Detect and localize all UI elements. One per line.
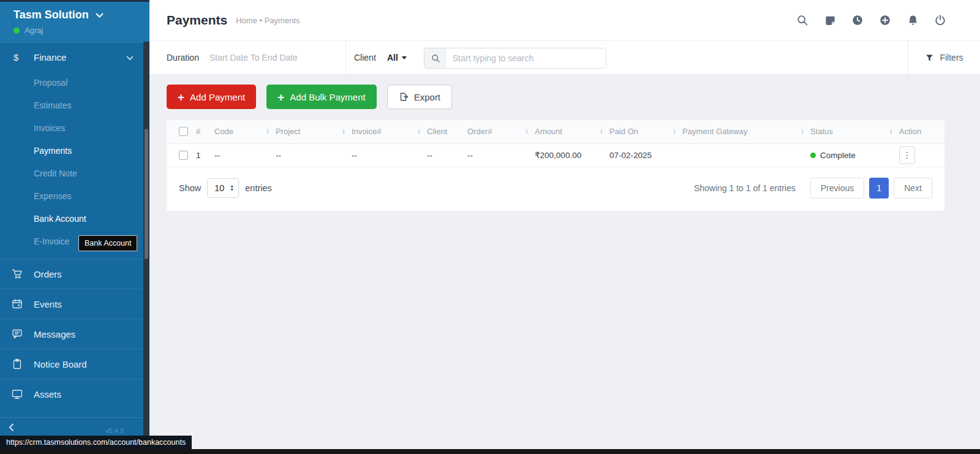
bottom-bar xyxy=(0,449,980,454)
next-page-button[interactable]: Next xyxy=(894,178,932,199)
kebab-menu-icon: ⋮ xyxy=(903,150,911,160)
status-dot-icon xyxy=(810,153,816,158)
current-user: Agraj xyxy=(13,26,149,35)
select-all-checkbox[interactable] xyxy=(179,127,188,136)
workspace-switcher[interactable]: Tasm Solution xyxy=(13,9,149,21)
show-label: Show xyxy=(179,183,201,193)
cell-gateway xyxy=(682,143,810,167)
sort-icon[interactable]: ▲▼ xyxy=(266,129,272,135)
page-header: Payments Home • Payments xyxy=(149,0,980,40)
clock-icon[interactable] xyxy=(851,13,864,27)
dollar-icon: $ xyxy=(13,52,34,62)
action-buttons: + Add Payment + Add Bulk Payment Export xyxy=(167,85,980,109)
chevron-down-icon xyxy=(96,9,104,21)
column-header-amount[interactable]: Amount▲▼ xyxy=(535,120,609,143)
page-size-select[interactable]: 10 ▲▼ xyxy=(207,178,239,198)
finance-submenu: ProposalEstimatesInvoicesPaymentsCredit … xyxy=(0,72,149,259)
payments-table: #Code▲▼Project▲▼Invoice#▲▼ClientOrder#▲▼… xyxy=(167,120,944,167)
sidebar-item-estimates[interactable]: Estimates xyxy=(0,94,149,117)
sidebar-item-payments[interactable]: Payments xyxy=(0,140,149,162)
search-icon[interactable] xyxy=(796,13,809,27)
column-label: Action xyxy=(899,127,921,136)
sidebar-item-label: Messages xyxy=(34,329,75,339)
select-all-header[interactable] xyxy=(167,120,196,143)
bank-account-tooltip: Bank Account xyxy=(78,235,137,251)
add-payment-button[interactable]: + Add Payment xyxy=(167,85,256,109)
row-actions-button[interactable]: ⋮ xyxy=(899,146,915,164)
sort-icon[interactable]: ▲▼ xyxy=(525,129,531,135)
sidebar-item-label: Events xyxy=(34,299,62,309)
link-url-statusbar: https://crm.tasmsolutions.com/account/ba… xyxy=(0,436,192,449)
filterbar-divider xyxy=(345,41,346,74)
column-header-code[interactable]: Code▲▼ xyxy=(214,120,276,143)
sort-icon[interactable]: ▲▼ xyxy=(600,129,606,135)
power-icon[interactable] xyxy=(933,13,947,27)
calendar-icon xyxy=(11,298,34,310)
cell-project: -- xyxy=(276,143,352,167)
column-header-status[interactable]: Status▲▼ xyxy=(810,120,899,143)
main-content: Payments Home • Payments Duration xyxy=(149,0,980,454)
sort-icon[interactable]: ▲▼ xyxy=(342,129,348,135)
sidebar-item-bank-account[interactable]: Bank Account xyxy=(0,208,149,230)
sidebar-item-label: Orders xyxy=(34,269,62,279)
header-icon-row xyxy=(796,13,947,27)
status-badge: Complete xyxy=(820,151,856,160)
sort-icon[interactable]: ▲▼ xyxy=(801,129,807,135)
sidebar-item-proposal[interactable]: Proposal xyxy=(0,72,149,94)
cell-client: -- xyxy=(427,143,467,167)
row-checkbox[interactable] xyxy=(179,151,188,160)
filters-label: Filters xyxy=(940,53,963,62)
column-label: # xyxy=(196,127,200,136)
column-header-order[interactable]: Order#▲▼ xyxy=(467,120,535,143)
add-bulk-payment-label: Add Bulk Payment xyxy=(290,92,365,102)
sidebar-item-events[interactable]: Events xyxy=(0,289,149,319)
collapse-sidebar-icon[interactable] xyxy=(8,423,15,434)
breadcrumb: Home • Payments xyxy=(236,16,300,25)
cell-checkbox xyxy=(167,143,196,167)
sidebar-item-invoices[interactable]: Invoices xyxy=(0,117,149,140)
column-label: Amount xyxy=(535,127,562,136)
column-header-invoice[interactable]: Invoice#▲▼ xyxy=(352,120,427,143)
export-icon xyxy=(399,92,409,102)
sidebar-menu-groups: OrdersEventsMessagesNotice BoardAssets xyxy=(0,259,149,409)
client-selected-value: All xyxy=(387,53,398,62)
previous-page-button[interactable]: Previous xyxy=(810,178,864,199)
sidebar-item-orders[interactable]: Orders xyxy=(0,259,149,289)
stepper-arrows-icon: ▲▼ xyxy=(230,184,234,192)
duration-range-input[interactable]: Start Date To End Date xyxy=(209,41,298,74)
column-header-project[interactable]: Project▲▼ xyxy=(276,120,352,143)
note-icon[interactable] xyxy=(823,13,837,27)
current-page-button[interactable]: 1 xyxy=(869,178,889,199)
sidebar-scrollbar-track[interactable] xyxy=(143,42,149,437)
table-header-row: #Code▲▼Project▲▼Invoice#▲▼ClientOrder#▲▼… xyxy=(167,120,944,143)
sidebar-scrollbar-thumb[interactable] xyxy=(145,129,148,259)
export-label: Export xyxy=(414,92,440,102)
column-label: Invoice# xyxy=(352,127,381,136)
sidebar-item-notice-board[interactable]: Notice Board xyxy=(0,349,149,379)
sidebar-item-assets[interactable]: Assets xyxy=(0,379,149,409)
sort-icon[interactable]: ▲▼ xyxy=(673,129,679,135)
company-name: Tasm Solution xyxy=(13,9,89,21)
sidebar-item-expenses[interactable]: Expenses xyxy=(0,185,149,208)
cell-code: -- xyxy=(214,143,276,167)
sidebar-item-finance[interactable]: $ Finance xyxy=(0,42,149,72)
cell-invoice: -- xyxy=(352,143,427,167)
page-size-group: Show 10 ▲▼ entries xyxy=(179,178,272,198)
sidebar-item-credit-note[interactable]: Credit Note xyxy=(0,162,149,185)
duration-label: Duration xyxy=(167,41,199,74)
sort-icon[interactable]: ▲▼ xyxy=(889,129,895,135)
export-button[interactable]: Export xyxy=(387,85,452,109)
add-bulk-payment-button[interactable]: + Add Bulk Payment xyxy=(266,85,377,109)
sidebar-item-label: Assets xyxy=(34,389,61,399)
clipboard-icon xyxy=(11,358,34,370)
column-header-paid_on[interactable]: Paid On▲▼ xyxy=(609,120,682,143)
search-input[interactable] xyxy=(447,48,606,68)
column-header-gateway[interactable]: Payment Gateway▲▼ xyxy=(682,120,810,143)
client-dropdown[interactable]: All xyxy=(387,41,407,74)
plus-circle-icon[interactable] xyxy=(878,13,892,27)
add-payment-label: Add Payment xyxy=(190,92,245,102)
bell-icon[interactable] xyxy=(906,13,919,27)
sort-icon[interactable]: ▲▼ xyxy=(417,129,423,135)
sidebar-item-messages[interactable]: Messages xyxy=(0,319,149,349)
filters-button[interactable]: Filters xyxy=(908,41,980,74)
